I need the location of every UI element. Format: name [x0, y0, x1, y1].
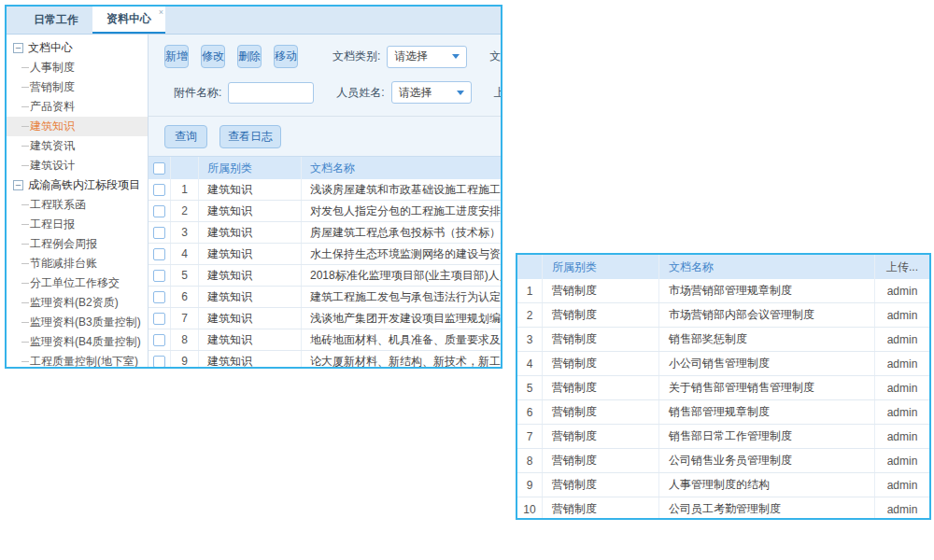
table-row[interactable]: 7 营销制度 销售部日常工作管理制度 admin — [517, 425, 929, 449]
right-header-uploader: 上传... — [875, 255, 929, 279]
row-category: 建筑知识 — [199, 265, 302, 286]
select-all-checkbox[interactable] — [153, 162, 165, 175]
row-index: 4 — [517, 352, 543, 375]
tree-item[interactable]: 人事制度 — [7, 58, 148, 77]
table-row[interactable]: 8 建筑知识 地砖地面材料、机具准备、质量要求及... — [149, 329, 501, 351]
row-checkbox[interactable] — [153, 313, 165, 325]
table-row[interactable]: 6 营销制度 销售部管理规章制度 admin — [517, 400, 929, 425]
row-checkbox[interactable] — [153, 291, 165, 303]
delete-button[interactable]: 删除 — [237, 45, 262, 68]
table-row[interactable]: 9 建筑知识 论大厦新材料、新结构、新技术，新工... — [149, 351, 501, 367]
row-uploader: admin — [875, 303, 929, 327]
tab-data-center-label: 资料中心 — [106, 11, 151, 27]
row-uploader: admin — [875, 279, 929, 302]
collapse-icon[interactable]: − — [13, 43, 23, 53]
grid-header-name: 文档名称 — [302, 157, 501, 179]
right-table-header: 所属别类 文档名称 上传... — [517, 255, 929, 279]
table-row[interactable]: 3 营销制度 销售部奖惩制度 admin — [517, 328, 929, 352]
table-row[interactable]: 5 营销制度 关于销售部管理销售管理制度 admin — [517, 376, 929, 400]
table-row[interactable]: 9 营销制度 人事管理制度的结构 admin — [517, 473, 929, 497]
row-index: 10 — [517, 497, 543, 520]
doc-category-label: 文档类别: — [333, 49, 380, 64]
tree-item[interactable]: 节能减排台账 — [7, 254, 148, 273]
tree-item-label: 建筑设计 — [30, 158, 75, 174]
tree-item[interactable]: 建筑设计 — [7, 156, 148, 175]
person-name-select[interactable]: 请选择 — [391, 81, 472, 104]
tree-root-node[interactable]: − 成渝高铁内江标段项目 — [7, 175, 148, 195]
table-row[interactable]: 1 建筑知识 浅谈房屋建筑和市政基础设施工程施工... — [149, 179, 501, 201]
row-checkbox[interactable] — [153, 270, 165, 282]
chevron-down-icon — [452, 54, 460, 59]
row-category: 建筑知识 — [199, 329, 302, 350]
content-area: 新增 修改 删除 移动 文档类别: 请选择 文档 附件名称: 人员姓名: — [149, 35, 501, 367]
add-button[interactable]: 新增 — [164, 45, 189, 68]
table-row[interactable]: 5 建筑知识 2018标准化监理项目部(业主项目部)人员... — [149, 265, 501, 287]
row-checkbox[interactable] — [153, 227, 165, 239]
row-index: 1 — [517, 279, 543, 302]
row-uploader: admin — [875, 497, 929, 520]
row-index: 7 — [517, 425, 543, 448]
row-index: 5 — [517, 376, 543, 399]
tree-item-label: 建筑资讯 — [30, 138, 75, 154]
table-row[interactable]: 1 营销制度 市场营销部管理规章制度 admin — [517, 279, 929, 303]
table-row[interactable]: 6 建筑知识 建筑工程施工发包与承包违法行为认定... — [149, 287, 501, 308]
tree-root-node[interactable]: − 文档中心 — [7, 38, 148, 58]
row-checkbox[interactable] — [153, 356, 165, 368]
table-row[interactable]: 4 营销制度 小公司销售管理制度 admin — [517, 352, 929, 376]
table-row[interactable]: 4 建筑知识 水土保持生态环境监测网络的建设与资... — [149, 244, 501, 265]
row-index: 3 — [171, 222, 199, 243]
move-button[interactable]: 移动 — [274, 45, 298, 68]
row-category: 营销制度 — [543, 279, 659, 302]
tree-item-label: 监理资料(B2资质) — [30, 295, 119, 311]
tree-items: − 文档中心 人事制度 营销制度 产品资料 建筑知识 建筑资讯 建筑设计 − 成… — [7, 38, 148, 367]
tree-item[interactable]: 工程日报 — [7, 215, 148, 234]
table-row[interactable]: 2 建筑知识 对发包人指定分包的工程施工进度安排... — [149, 201, 501, 222]
tree-item[interactable]: 监理资料(B2资质) — [7, 293, 148, 313]
row-doc-name: 小公司销售管理制度 — [659, 352, 875, 375]
grid-header-index — [171, 157, 199, 179]
row-index: 6 — [517, 400, 543, 424]
tree-item-label: 建筑知识 — [30, 119, 75, 134]
row-checkbox[interactable] — [153, 334, 165, 346]
query-button[interactable]: 查询 — [164, 125, 207, 148]
row-doc-name: 市场营销部内部会议管理制度 — [659, 303, 875, 327]
chevron-down-icon — [457, 91, 464, 95]
tab-data-center[interactable]: 资料中心 × — [92, 7, 165, 34]
row-checkbox[interactable] — [153, 205, 165, 217]
clipped-doc-name-label: 文档 — [489, 49, 501, 64]
row-index: 8 — [517, 449, 543, 472]
table-row[interactable]: 8 营销制度 公司销售业务员管理制度 admin — [517, 449, 929, 473]
edit-button[interactable]: 修改 — [201, 45, 225, 68]
tree-item[interactable]: 产品资料 — [7, 97, 148, 117]
row-doc-name: 浅谈地产集团开发建设项目监理规划编... — [302, 308, 501, 329]
attachment-name-input[interactable] — [228, 82, 314, 104]
tree-item[interactable]: 建筑资讯 — [7, 136, 148, 156]
right-table-rows: 1 营销制度 市场营销部管理规章制度 admin 2 营销制度 市场营销部内部会… — [517, 279, 929, 520]
row-checkbox[interactable] — [153, 248, 165, 260]
row-uploader: admin — [875, 425, 929, 448]
tree-item[interactable]: 监理资料(B4质量控制) — [7, 332, 148, 352]
tree-item[interactable]: 分工单位工作移交 — [7, 273, 148, 293]
tree-item[interactable]: 工程联系函 — [7, 195, 148, 215]
doc-category-select[interactable]: 请选择 — [387, 46, 467, 68]
tree-item[interactable]: 监理资料(B3质量控制) — [7, 313, 148, 332]
panel-body: − 文档中心 人事制度 营销制度 产品资料 建筑知识 建筑资讯 建筑设计 − 成… — [7, 35, 501, 367]
tree-item[interactable]: 工程质量控制(地下室) — [7, 352, 148, 367]
table-row[interactable]: 2 营销制度 市场营销部内部会议管理制度 admin — [517, 303, 929, 328]
tree-item[interactable]: 营销制度 — [7, 77, 148, 97]
row-category: 建筑知识 — [199, 244, 302, 264]
row-category: 营销制度 — [543, 303, 659, 327]
view-log-button[interactable]: 查看日志 — [219, 125, 281, 148]
tree-item[interactable]: 建筑知识 — [7, 117, 148, 136]
tab-daily-work[interactable]: 日常工作 — [20, 7, 92, 34]
table-row[interactable]: 10 营销制度 公司员工考勤管理制度 admin — [517, 497, 929, 520]
row-doc-name: 公司销售业务员管理制度 — [659, 449, 875, 472]
table-row[interactable]: 7 建筑知识 浅谈地产集团开发建设项目监理规划编... — [149, 308, 501, 329]
collapse-icon[interactable]: − — [13, 180, 23, 190]
grid-header: 所属别类 文档名称 — [149, 156, 501, 179]
close-icon[interactable]: × — [159, 7, 163, 17]
row-checkbox[interactable] — [153, 184, 165, 196]
tree-item[interactable]: 工程例会周报 — [7, 234, 148, 254]
table-row[interactable]: 3 建筑知识 房屋建筑工程总承包投标书（技术标）... — [149, 222, 501, 244]
row-category: 建筑知识 — [199, 308, 302, 329]
